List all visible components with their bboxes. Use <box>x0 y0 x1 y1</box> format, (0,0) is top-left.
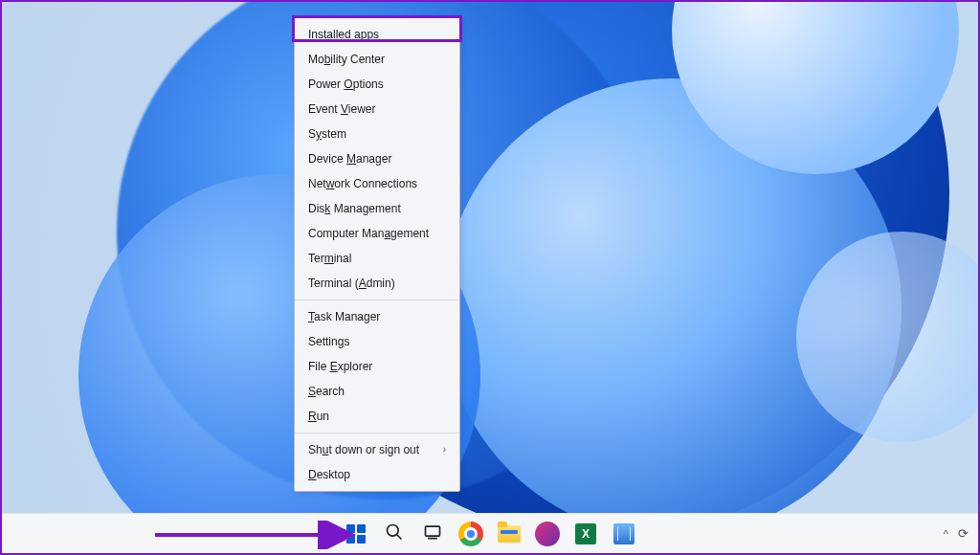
svg-rect-2 <box>426 526 440 536</box>
menu-item-label: Mobility Center <box>308 52 385 67</box>
menu-item-label: Run <box>308 409 329 424</box>
menu-item-computer-management[interactable]: Computer Management <box>295 221 459 246</box>
menu-item-label: Installed apps <box>308 27 379 42</box>
menu-item-label: Terminal (Admin) <box>308 276 395 291</box>
menu-item-shut-down-or-sign-out[interactable]: Shut down or sign out› <box>295 437 459 462</box>
menu-item-device-manager[interactable]: Device Manager <box>295 146 459 171</box>
menu-item-event-viewer[interactable]: Event Viewer <box>295 97 459 122</box>
menu-item-disk-management[interactable]: Disk Management <box>295 196 459 221</box>
taskbar-word-button[interactable] <box>607 517 641 551</box>
chrome-icon <box>458 522 483 546</box>
menu-item-label: Device Manager <box>308 151 391 166</box>
taskbar-taskview-button[interactable] <box>415 517 450 551</box>
taskbar-search-button[interactable] <box>377 517 412 551</box>
search-icon <box>385 522 404 545</box>
menu-item-label: Network Connections <box>308 176 417 191</box>
taskbar: X ^ ⟳ <box>2 513 978 553</box>
menu-item-desktop[interactable]: Desktop <box>295 462 459 487</box>
system-tray[interactable]: ^ ⟳ <box>944 526 969 541</box>
tray-overflow-chevron-icon[interactable]: ^ <box>944 528 948 540</box>
windows-logo-icon <box>346 524 366 544</box>
menu-item-task-manager[interactable]: Task Manager <box>295 304 459 329</box>
desktop-wallpaper: Installed appsMobility CenterPower Optio… <box>2 2 978 513</box>
menu-item-label: Shut down or sign out <box>308 442 419 457</box>
file-explorer-icon <box>498 525 521 543</box>
word-icon <box>613 523 635 544</box>
tray-sync-icon[interactable]: ⟳ <box>958 526 969 541</box>
svg-point-0 <box>388 524 399 536</box>
menu-item-terminal-admin[interactable]: Terminal (Admin) <box>295 271 459 296</box>
menu-item-label: Task Manager <box>308 309 380 324</box>
menu-item-file-explorer[interactable]: File Explorer <box>295 354 459 379</box>
menu-item-label: Power Options <box>308 77 384 92</box>
menu-item-label: Event Viewer <box>308 101 376 117</box>
taskbar-center-items: X <box>339 517 641 551</box>
svg-rect-3 <box>428 537 437 539</box>
taskbar-chrome-button[interactable] <box>454 517 488 551</box>
submenu-arrow-icon: › <box>435 442 446 457</box>
svg-line-1 <box>397 534 402 539</box>
taskbar-start-button[interactable] <box>339 517 373 551</box>
menu-item-label: File Explorer <box>308 359 372 374</box>
menu-item-label: Computer Management <box>308 226 429 241</box>
menu-item-label: Desktop <box>308 467 350 482</box>
taskbar-file-explorer-button[interactable] <box>492 517 526 551</box>
winx-context-menu[interactable]: Installed appsMobility CenterPower Optio… <box>294 17 460 492</box>
menu-item-settings[interactable]: Settings <box>295 329 459 354</box>
menu-item-installed-apps[interactable]: Installed apps <box>295 22 459 47</box>
excel-icon: X <box>575 523 596 544</box>
menu-item-network-connections[interactable]: Network Connections <box>295 171 459 196</box>
menu-item-terminal[interactable]: Terminal <box>295 246 459 271</box>
winrar-icon <box>535 522 560 546</box>
taskbar-winrar-button[interactable] <box>530 517 565 551</box>
menu-item-label: Terminal <box>308 251 351 266</box>
menu-item-system[interactable]: System <box>295 122 459 146</box>
menu-item-label: System <box>308 126 346 142</box>
menu-item-mobility-center[interactable]: Mobility Center <box>295 47 459 72</box>
menu-item-search[interactable]: Search <box>295 379 459 404</box>
menu-item-run[interactable]: Run <box>295 404 459 429</box>
task-view-icon <box>423 522 442 545</box>
menu-item-power-options[interactable]: Power Options <box>295 72 459 97</box>
taskbar-excel-button[interactable]: X <box>568 517 603 551</box>
menu-item-label: Disk Management <box>308 201 401 216</box>
menu-item-label: Settings <box>308 334 349 349</box>
menu-item-label: Search <box>308 384 345 399</box>
